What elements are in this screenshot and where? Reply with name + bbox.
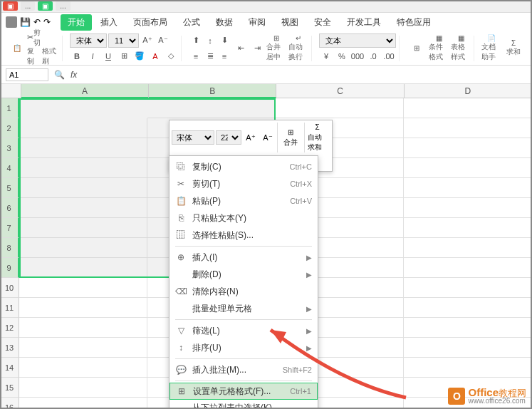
row-header[interactable]: 8 [0, 238, 19, 258]
tab-special[interactable]: 特色应用 [390, 14, 438, 31]
paste-button[interactable]: 📋 [9, 36, 25, 61]
save-icon[interactable]: 💾 [20, 17, 31, 27]
row-header[interactable]: 4 [0, 158, 19, 178]
align-right-icon[interactable]: ≡ [217, 49, 231, 63]
copy-button[interactable]: 复制 [27, 46, 38, 66]
font-size-select[interactable]: 11 [108, 33, 139, 48]
table-style-button[interactable]: ▦表格样式 [451, 36, 471, 61]
row-header[interactable]: 9 [0, 258, 19, 278]
doc-tab-2[interactable]: ▣ [38, 1, 53, 11]
tab-review[interactable]: 审阅 [241, 14, 273, 31]
bold-button[interactable]: B [70, 49, 84, 63]
row-header[interactable]: 5 [0, 178, 19, 198]
ctx-copy[interactable]: ⿻复制(C)Ctrl+C [169, 158, 318, 175]
name-box[interactable] [6, 68, 48, 81]
row-header[interactable]: 7 [0, 218, 19, 238]
cut-button[interactable]: ✂ 剪切 [27, 31, 41, 45]
ctx-format-cells[interactable]: ⊞设置单元格格式(F)...Ctrl+1 [169, 383, 318, 400]
ctx-comment[interactable]: 💬插入批注(M)...Shift+F2 [169, 361, 318, 378]
ctx-filter[interactable]: ▽筛选(L)▶ [169, 322, 318, 339]
merge-center-button[interactable]: ⊞合并居中 [266, 36, 286, 61]
fill-color-button[interactable]: 🪣 [132, 49, 147, 63]
align-mid-icon[interactable]: ↕ [203, 33, 217, 48]
row-header[interactable]: 11 [0, 298, 19, 318]
ctx-paste-special[interactable]: ⿲选择性粘贴(S)... [169, 227, 318, 244]
select-all-corner[interactable] [0, 84, 21, 98]
doc-tab-1[interactable]: ... [21, 1, 35, 11]
dec-inc-icon[interactable]: .0 [366, 49, 380, 63]
app-tab[interactable]: ▣ [3, 1, 18, 11]
col-header-b[interactable]: B [149, 84, 276, 98]
ctx-delete[interactable]: 删除(D)▶ [169, 266, 318, 283]
row-header[interactable]: 2 [0, 118, 19, 138]
align-center-icon[interactable]: ≣ [203, 49, 217, 63]
redo-icon[interactable]: ↷ [43, 17, 51, 27]
tab-dev[interactable]: 开发工具 [340, 14, 388, 31]
col-header-d[interactable]: D [405, 84, 532, 98]
border-button[interactable]: ⊞ [117, 49, 131, 63]
mini-font-select[interactable]: 宋体 [172, 130, 214, 145]
format-painter-button[interactable]: 格式刷 [42, 46, 59, 66]
col-header-a[interactable]: A [21, 84, 149, 98]
cut-icon: ✂ [175, 178, 187, 190]
tab-page-layout[interactable]: 页面布局 [126, 14, 174, 31]
mini-sum-button[interactable]: Σ自动求和 [304, 123, 330, 152]
col-header-c[interactable]: C [276, 84, 404, 98]
percent-icon[interactable]: % [335, 49, 349, 63]
font-name-select[interactable]: 宋体 [70, 33, 107, 48]
watermark: O Office教程网 www.office26.com [448, 387, 526, 405]
mini-size-select[interactable]: 22 [216, 130, 241, 145]
doc-tab-3[interactable]: ... [56, 1, 70, 11]
row-header[interactable]: 15 [0, 378, 19, 398]
align-left-icon[interactable]: ≡ [189, 49, 203, 63]
tab-home[interactable]: 开始 [61, 14, 92, 31]
row-header[interactable]: 6 [0, 198, 19, 218]
indent-inc-icon[interactable]: ⇥ [250, 41, 264, 56]
number-format-select[interactable]: 文本 [319, 33, 396, 48]
row-header[interactable]: 1 [0, 98, 19, 118]
fx-icon[interactable]: 🔍 [54, 70, 65, 80]
underline-button[interactable]: U [101, 49, 115, 63]
grow-font-icon[interactable]: A⁺ [140, 33, 155, 48]
ctx-paste-text[interactable]: ⎘只粘贴文本(Y) [169, 209, 318, 227]
align-bot-icon[interactable]: ⬇ [217, 33, 231, 48]
doc-helper-button[interactable]: 📄文档助手 [481, 36, 501, 61]
tab-security[interactable]: 安全 [307, 14, 338, 31]
ctx-dropdown-select[interactable]: 从下拉列表中选择(K)... [169, 399, 318, 409]
row-header[interactable]: 12 [0, 318, 19, 338]
row-header[interactable]: 13 [0, 338, 19, 358]
sum-button[interactable]: Σ求和 [504, 36, 523, 61]
mini-shrink-font-icon[interactable]: A⁻ [260, 130, 276, 145]
clear-format-button[interactable]: ◇ [164, 49, 178, 63]
ctx-paste[interactable]: 📋粘贴(P)Ctrl+V [169, 192, 318, 209]
mini-grow-font-icon[interactable]: A⁺ [243, 130, 259, 145]
menu-bar: 💾 ↶ ↷ 开始 插入 页面布局 公式 数据 审阅 视图 安全 开发工具 特色应… [0, 13, 532, 31]
ctx-clear[interactable]: ⌫清除内容(N) [169, 283, 318, 300]
row-header[interactable]: 16 [0, 398, 19, 409]
font-color-button[interactable]: A [148, 49, 162, 63]
align-top-icon[interactable]: ⬆ [189, 33, 203, 48]
ctx-insert[interactable]: ⊕插入(I)▶ [169, 249, 318, 266]
mini-merge-button[interactable]: ⊞合并 [277, 123, 303, 152]
italic-button[interactable]: I [85, 49, 100, 63]
row-header[interactable]: 14 [0, 358, 19, 378]
undo-icon[interactable]: ↶ [33, 17, 41, 27]
cond-format-button[interactable]: ▦条件格式 [429, 36, 449, 61]
cell-format-button[interactable]: ⊞ [407, 36, 427, 61]
tab-data[interactable]: 数据 [209, 14, 240, 31]
ctx-sort[interactable]: ↕排序(U)▶ [169, 339, 318, 356]
shrink-font-icon[interactable]: A⁻ [156, 33, 170, 48]
tab-formula[interactable]: 公式 [176, 14, 207, 31]
ctx-batch[interactable]: 批量处理单元格▶ [169, 300, 318, 317]
row-header[interactable]: 3 [0, 138, 19, 158]
currency-icon[interactable]: ¥ [319, 49, 333, 63]
tab-insert[interactable]: 插入 [93, 14, 125, 31]
tab-view[interactable]: 视图 [274, 14, 306, 31]
app-menu-icon[interactable] [6, 16, 17, 28]
row-header[interactable]: 10 [0, 278, 19, 298]
comma-icon[interactable]: 000 [350, 49, 365, 63]
wrap-text-button[interactable]: ↵自动换行 [288, 36, 308, 61]
indent-dec-icon[interactable]: ⇤ [234, 41, 248, 56]
ctx-cut[interactable]: ✂剪切(T)Ctrl+X [169, 175, 318, 192]
dec-dec-icon[interactable]: .00 [382, 49, 396, 63]
